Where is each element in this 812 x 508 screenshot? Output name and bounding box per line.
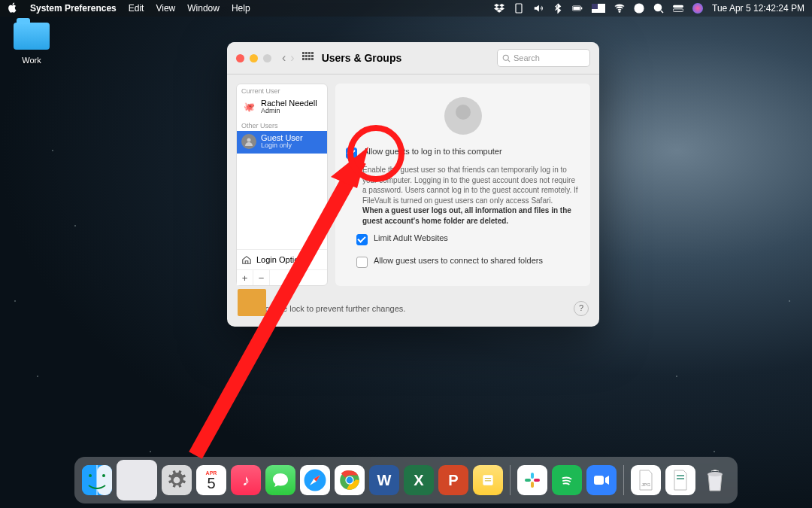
guest-user-settings: Allow guests to log in to this computer … (335, 84, 590, 286)
dock-zoom[interactable] (586, 465, 617, 495)
folder-label: Work (22, 56, 41, 65)
sidebar-user-current[interactable]: 🐙 Rachel Needell Admin (237, 96, 327, 119)
dock-spotify[interactable] (552, 465, 582, 495)
menubar-clock[interactable]: Tue Apr 5 12:42:24 PM (712, 3, 804, 14)
svg-rect-29 (534, 479, 540, 482)
search-placeholder: Search (514, 53, 540, 62)
search-field[interactable]: Search (497, 49, 590, 67)
remove-user-button[interactable]: − (253, 270, 270, 285)
dock-chrome[interactable] (335, 465, 365, 495)
volume-menu-icon[interactable] (533, 3, 544, 14)
svg-point-9 (503, 55, 508, 60)
allow-guests-label: Allow guests to log in to this computer (363, 147, 502, 159)
dock-separator (510, 465, 511, 495)
dock-notes[interactable] (473, 465, 503, 495)
help-button[interactable]: ? (574, 301, 589, 316)
menubar: System Preferences Edit View Window Help… (0, 0, 812, 17)
dock-music[interactable]: ♪ (231, 465, 261, 495)
menu-edit[interactable]: Edit (129, 3, 144, 14)
svg-rect-7 (673, 5, 683, 8)
sidebar-user-guest[interactable]: Guest User Login only (237, 131, 327, 154)
dock-slack[interactable] (517, 465, 547, 495)
dock-powerpoint[interactable]: P (438, 465, 468, 495)
battery-menu-icon[interactable] (572, 3, 583, 14)
dock-downloads-file[interactable]: JPG (631, 465, 661, 495)
window-titlebar: ‹ › Users & Groups Search (227, 42, 599, 75)
dock-calendar[interactable]: APR 5 (196, 465, 226, 495)
svg-rect-27 (525, 479, 531, 482)
back-button[interactable]: ‹ (282, 51, 286, 65)
apple-menu-icon[interactable] (8, 2, 18, 15)
svg-rect-0 (516, 4, 522, 13)
sidebar-header-current: Current User (237, 84, 327, 96)
folder-icon (14, 23, 50, 50)
close-button[interactable] (236, 54, 244, 62)
allow-guests-checkbox[interactable] (346, 148, 357, 159)
add-user-button[interactable]: + (237, 270, 253, 285)
guest-user-role: Login only (261, 142, 303, 150)
dock-excel[interactable]: X (404, 465, 434, 495)
allow-guests-warning: When a guest user logs out, all informat… (362, 206, 571, 225)
svg-rect-8 (673, 9, 683, 12)
menu-view[interactable]: View (156, 3, 175, 14)
svg-point-22 (347, 477, 353, 484)
desktop-folder-work[interactable]: Work (9, 23, 54, 66)
current-user-role: Admin (261, 108, 317, 115)
menu-help[interactable]: Help (232, 3, 250, 14)
svg-point-10 (247, 138, 251, 141)
minimize-button[interactable] (250, 54, 258, 62)
svg-point-34 (707, 472, 723, 476)
svg-rect-30 (594, 476, 604, 485)
backup-menu-icon[interactable] (514, 3, 524, 14)
calendar-day: 5 (207, 476, 215, 491)
dropbox-menu-icon[interactable] (494, 3, 504, 14)
forward-button[interactable]: › (290, 51, 294, 65)
dock-trash[interactable] (700, 465, 730, 495)
window-controls (236, 54, 271, 62)
dock-finder[interactable] (82, 465, 112, 495)
control-center-icon[interactable] (673, 3, 683, 14)
svg-rect-28 (531, 482, 534, 488)
users-sidebar: Current User 🐙 Rachel Needell Admin Othe… (236, 84, 328, 286)
svg-rect-14 (97, 465, 112, 495)
svg-rect-26 (531, 473, 534, 479)
show-all-prefs-button[interactable] (302, 52, 314, 64)
dock-settings[interactable] (162, 465, 192, 495)
zoom-button[interactable] (263, 54, 271, 62)
lock-button[interactable] (238, 301, 250, 316)
clock-menu-icon[interactable] (634, 3, 644, 14)
svg-rect-23 (483, 475, 492, 485)
sidebar-header-other: Other Users (237, 119, 327, 131)
dock-word[interactable]: W (369, 465, 399, 495)
login-options-button[interactable]: Login Options (237, 249, 327, 269)
house-icon (241, 254, 252, 265)
svg-point-6 (655, 5, 662, 11)
dock-separator (623, 465, 624, 495)
svg-rect-3 (581, 8, 582, 10)
login-options-label: Login Options (256, 255, 308, 264)
wifi-menu-icon[interactable] (614, 3, 625, 14)
siri-menu-icon[interactable] (692, 3, 703, 14)
system-preferences-window: ‹ › Users & Groups Search Current User 🐙 (227, 42, 599, 327)
menu-window[interactable]: Window (187, 3, 220, 14)
dock-safari[interactable] (300, 465, 330, 495)
spotlight-menu-icon[interactable] (653, 3, 664, 14)
dock-downloads-file-2[interactable] (665, 465, 695, 495)
input-source-menu-icon[interactable] (592, 4, 605, 13)
svg-point-4 (619, 11, 620, 13)
shared-folders-label: Allow guest users to connect to shared f… (374, 256, 543, 268)
dock-messages[interactable] (265, 465, 295, 495)
limit-adult-checkbox[interactable] (356, 234, 368, 245)
svg-rect-32 (677, 475, 684, 476)
svg-text:JPG: JPG (641, 482, 650, 487)
guest-avatar-icon[interactable] (444, 97, 482, 135)
dock-launchpad[interactable] (117, 460, 157, 500)
limit-adult-label: Limit Adult Websites (374, 233, 448, 245)
shared-folders-checkbox[interactable] (356, 257, 368, 268)
svg-rect-33 (677, 478, 684, 479)
active-app-name[interactable]: System Preferences (30, 3, 117, 14)
svg-rect-2 (573, 7, 580, 10)
bluetooth-menu-icon[interactable] (553, 3, 563, 14)
avatar-icon: 🐙 (241, 99, 256, 114)
svg-point-15 (89, 474, 92, 477)
